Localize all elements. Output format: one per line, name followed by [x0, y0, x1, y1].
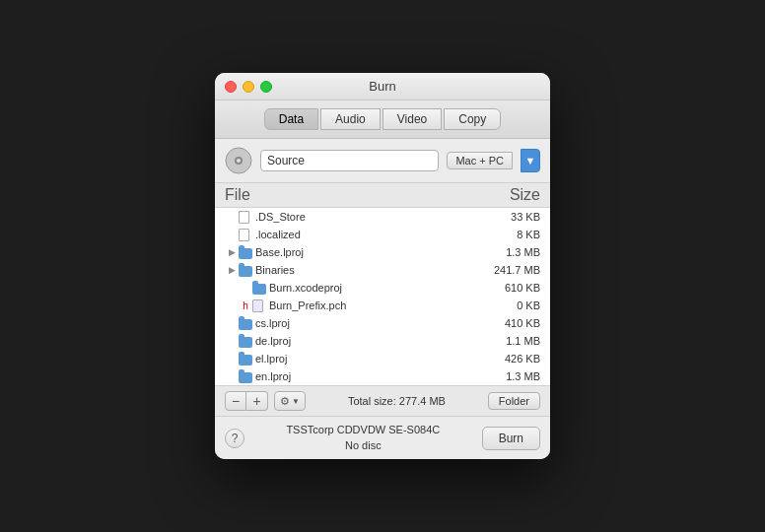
file-size: 0 KB — [476, 299, 550, 311]
window-title: Burn — [369, 79, 395, 94]
pch-icon — [252, 299, 266, 312]
size-col-header: Size — [510, 186, 540, 204]
file-table-header: File Size — [215, 183, 550, 208]
file-size: 8 KB — [476, 229, 550, 240]
folder-icon — [239, 352, 252, 366]
disc-icon — [225, 147, 252, 174]
maximize-button[interactable] — [260, 81, 272, 93]
folder-icon — [239, 263, 252, 277]
table-row[interactable]: ▶ Base.lproj 1.3 MB — [215, 243, 550, 261]
file-size: 33 KB — [476, 211, 550, 223]
disc-name: TSSTcorp CDDVDW SE-S084C — [252, 423, 474, 437]
doc-icon — [239, 228, 252, 241]
table-row[interactable]: de.lproj 1.1 MB — [215, 332, 550, 350]
toolbar: Data Audio Video Copy — [215, 100, 550, 139]
expand-arrow-icon: h — [239, 300, 252, 311]
expand-expand-arrow-icon[interactable]: ▶ — [225, 247, 239, 257]
mac-pc-button[interactable]: Mac + PC — [447, 152, 513, 169]
table-row[interactable]: Burn.xcodeproj 610 KB — [215, 279, 550, 297]
tab-audio[interactable]: Audio — [320, 108, 381, 130]
traffic-lights — [225, 81, 272, 93]
file-name: el.lproj — [255, 353, 287, 365]
format-dropdown-button[interactable]: ▼ — [521, 149, 540, 172]
file-list[interactable]: .DS_Store 33 KB .localized 8 KB ▶ Base.l… — [215, 208, 550, 385]
disc-info: TSSTcorp CDDVDW SE-S084C No disc — [252, 423, 474, 453]
folder-icon — [252, 281, 266, 295]
doc-icon — [239, 210, 252, 224]
burn-window: Burn Data Audio Video Copy Mac + PC ▼ Fi… — [215, 73, 550, 459]
add-remove-group: − + — [225, 391, 268, 411]
gear-dropdown-arrow-icon: ▼ — [292, 397, 300, 406]
bottom-toolbar: − + ⚙ ▼ Total size: 277.4 MB Folder — [215, 385, 550, 417]
close-button[interactable] — [225, 81, 237, 93]
svg-point-2 — [237, 159, 241, 163]
table-row[interactable]: .localized 8 KB — [215, 226, 550, 243]
file-size: 241.7 MB — [476, 264, 550, 276]
expand-arrow-icon[interactable]: ▶ — [225, 265, 239, 275]
burn-button[interactable]: Burn — [482, 427, 540, 450]
folder-icon — [239, 316, 252, 330]
file-name: en.lproj — [255, 370, 291, 382]
folder-button[interactable]: Folder — [488, 392, 540, 410]
file-size: 610 KB — [476, 282, 550, 294]
disc-status: No disc — [252, 438, 474, 453]
source-bar: Mac + PC ▼ — [215, 139, 550, 183]
file-size: 1.3 MB — [476, 246, 550, 258]
table-row[interactable]: h Burn_Prefix.pch 0 KB — [215, 297, 550, 314]
table-row[interactable]: cs.lproj 410 KB — [215, 314, 550, 332]
gear-icon: ⚙ — [280, 395, 290, 408]
gear-button[interactable]: ⚙ ▼ — [274, 391, 306, 411]
file-name: cs.lproj — [255, 317, 290, 329]
table-row[interactable]: en.lproj 1.3 MB — [215, 367, 550, 385]
help-button[interactable]: ? — [225, 429, 244, 448]
remove-button[interactable]: − — [225, 391, 246, 411]
tab-data[interactable]: Data — [264, 108, 318, 130]
table-row[interactable]: el.lproj 426 KB — [215, 350, 550, 367]
file-col-header: File — [225, 186, 250, 204]
tab-copy[interactable]: Copy — [444, 108, 501, 130]
file-name: .localized — [255, 229, 301, 240]
file-name: Binaries — [255, 264, 295, 276]
status-bar: ? TSSTcorp CDDVDW SE-S084C No disc Burn — [215, 417, 550, 459]
tab-video[interactable]: Video — [382, 108, 442, 130]
table-row[interactable]: .DS_Store 33 KB — [215, 208, 550, 226]
source-input[interactable] — [260, 150, 439, 171]
file-name: .DS_Store — [255, 211, 306, 223]
format-arrow-icon: ▼ — [525, 155, 536, 166]
file-name: de.lproj — [255, 335, 291, 347]
titlebar: Burn — [215, 73, 550, 100]
file-size: 1.3 MB — [476, 370, 550, 382]
file-size: 426 KB — [476, 353, 550, 365]
file-name: Burn.xcodeproj — [269, 282, 342, 294]
file-name: Base.lproj — [255, 246, 304, 258]
minimize-button[interactable] — [243, 81, 254, 93]
file-size: 1.1 MB — [476, 335, 550, 347]
table-row[interactable]: ▶ Binaries 241.7 MB — [215, 261, 550, 279]
folder-icon — [239, 245, 252, 259]
folder-icon — [239, 334, 252, 348]
total-size-label: Total size: 277.4 MB — [312, 395, 482, 407]
file-name: Burn_Prefix.pch — [269, 299, 346, 311]
add-button[interactable]: + — [246, 391, 268, 411]
file-size: 410 KB — [476, 317, 550, 329]
folder-icon — [239, 369, 252, 383]
